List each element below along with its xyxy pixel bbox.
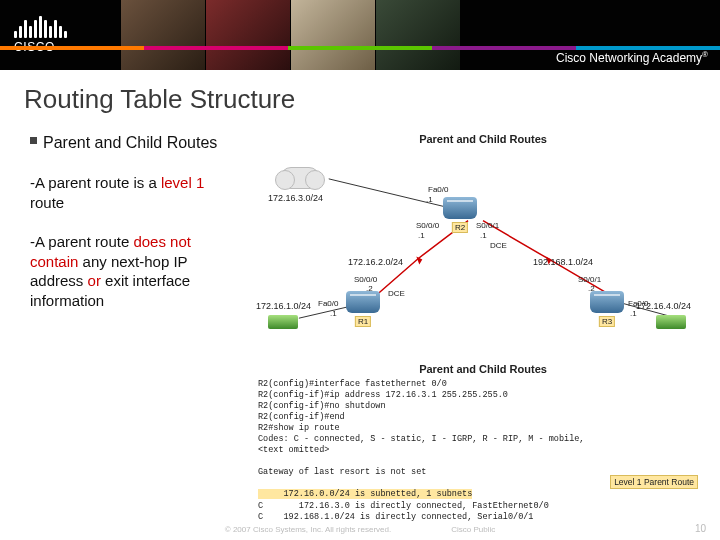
if-label: S0/0/1: [578, 275, 601, 284]
if-label: S0/0/1: [476, 221, 499, 230]
if-label: S0/0/0: [416, 221, 439, 230]
cli-output: R2(config)#interface fastethernet 0/0 R2…: [258, 379, 708, 523]
if-label: .1: [418, 231, 425, 240]
if-label: .1: [480, 231, 487, 240]
bullet-square-icon: [30, 137, 37, 144]
if-label: DCE: [388, 289, 405, 298]
academy-label: Cisco Networking Academy®: [556, 50, 708, 65]
if-label: Fa0/0: [428, 185, 448, 194]
net-label-1: 172.16.3.0/24: [268, 193, 323, 203]
net-label-3: 192.168.1.0/24: [533, 257, 593, 267]
net-label-2: 172.16.2.0/24: [348, 257, 403, 267]
bullet-1-text: Parent and Child Routes: [43, 133, 217, 153]
left-column: Parent and Child Routes -A parent route …: [0, 133, 252, 523]
photo-strip: [120, 0, 460, 70]
switch-icon: [656, 315, 686, 329]
footer-label: Cisco Public: [451, 525, 495, 534]
router-r1-icon: R1: [346, 291, 380, 317]
cloud-icon: [280, 167, 320, 189]
page-number: 10: [695, 523, 706, 534]
callout-label: Level 1 Parent Route: [610, 475, 698, 489]
diagram-title: Parent and Child Routes: [258, 133, 708, 145]
header-banner: CISCO Cisco Networking Academy®: [0, 0, 720, 70]
router-r3-icon: R3: [590, 291, 624, 317]
if-label: S0/0/0: [354, 275, 377, 284]
router-r2-icon: R2: [443, 197, 477, 223]
paragraph-1: -A parent route is a level 1 route: [30, 173, 240, 212]
bullet-1: Parent and Child Routes: [30, 133, 240, 153]
diagram-area: Parent and Child Routes 172.16.3.0/24 R2…: [252, 133, 720, 523]
slide-title: Routing Table Structure: [24, 84, 720, 115]
switch-icon: [268, 315, 298, 329]
if-label: Fa0/0: [318, 299, 338, 308]
if-label: DCE: [490, 241, 507, 250]
if-label: .2: [366, 284, 373, 293]
network-topology: 172.16.3.0/24 R2 Fa0/0 .1 S0/0/0 .1 S0/0…: [258, 149, 708, 359]
footer: © 2007 Cisco Systems, Inc. All rights re…: [0, 525, 720, 534]
if-label: .2: [588, 284, 595, 293]
if-label: .1: [426, 195, 433, 204]
paragraph-2: -A parent route does not contain any nex…: [30, 232, 240, 310]
if-label: .1: [330, 309, 337, 318]
net-label-5: 172.16.4.0/24: [636, 301, 691, 311]
wire-lines: [258, 149, 708, 358]
net-label-4: 172.16.1.0/24: [256, 301, 311, 311]
cli-title: Parent and Child Routes: [258, 363, 708, 375]
footer-copyright: © 2007 Cisco Systems, Inc. All rights re…: [225, 525, 391, 534]
